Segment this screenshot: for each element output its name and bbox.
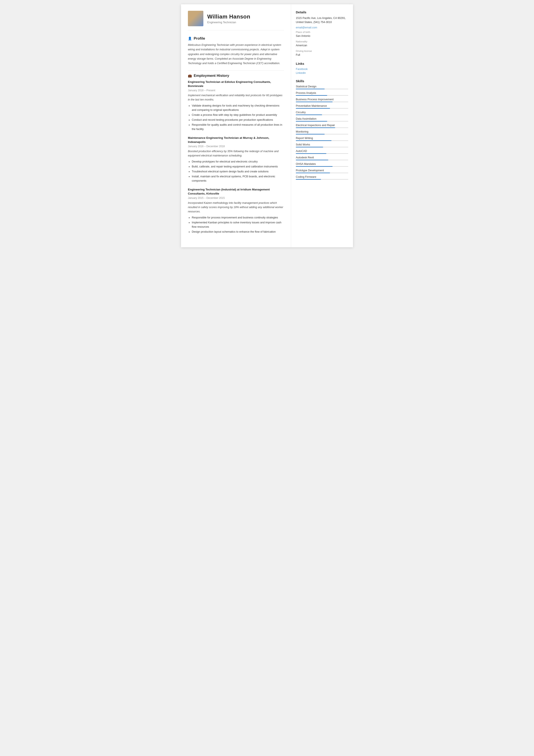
job-title-1: Engineering Technician at Ediolux Engine… [188, 80, 284, 88]
job-date-1: January 2018 – Present [188, 89, 284, 92]
job-bullets-3: Responsible for process improvement and … [188, 215, 284, 234]
skill-item-7: Monitoring [296, 130, 348, 134]
skill-name-5: Data Assimilation [296, 117, 348, 120]
bullet-3-3: Design production layout schematics to e… [192, 230, 284, 234]
details-nationality: Nationality American [296, 40, 348, 47]
left-column: William Hanson Engineering Technician 👤 … [181, 4, 291, 247]
profile-section-title: 👤 Profile [188, 36, 284, 41]
skill-name-12: OHSA Mandates [296, 162, 348, 166]
links-section-title: Links [296, 62, 348, 66]
skill-item-8: Report Writing [296, 137, 348, 141]
skill-bar-bg-13 [296, 173, 348, 173]
job-summary-3: Incorporated Kaizen methodology into fac… [188, 201, 284, 214]
skill-bar-fill-12 [296, 166, 333, 167]
employment-section: 💼 Employment History Engineering Technic… [188, 74, 284, 234]
skill-bar-fill-13 [296, 173, 330, 173]
skill-bar-bg-3 [296, 108, 348, 109]
skill-bar-fill-5 [296, 121, 327, 122]
skill-name-1: Process Analysis [296, 92, 348, 94]
job-summary-2: Boosted production efficiency by 35% fol… [188, 149, 284, 158]
links-section: Links Facebook Linkedin [296, 62, 348, 74]
skill-name-13: Prototype Development [296, 169, 348, 172]
skill-item-0: Statistical Design [296, 85, 348, 89]
skill-item-10: AutoCAD [296, 149, 348, 154]
skill-item-1: Process Analysis [296, 92, 348, 96]
details-section: Details 1515 Pacific Ave, Los Angeles, C… [296, 10, 348, 57]
skill-bar-fill-11 [296, 160, 328, 160]
skill-bar-bg-9 [296, 147, 348, 148]
skill-bar-bg-12 [296, 166, 348, 167]
skill-name-8: Report Writing [296, 137, 348, 140]
skill-bar-fill-10 [296, 153, 326, 154]
skill-bar-bg-0 [296, 89, 348, 89]
job-block-1: Engineering Technician at Ediolux Engine… [188, 80, 284, 131]
bullet-2-1: Develop prototypes for electrical and el… [192, 159, 284, 164]
skill-bar-bg-2 [296, 101, 348, 102]
skill-bar-bg-5 [296, 121, 348, 122]
skill-name-9: Solid Works [296, 143, 348, 146]
skill-bar-fill-6 [296, 127, 335, 128]
bullet-1-3: Conduct and record testing procedures pe… [192, 118, 284, 122]
link-linkedin[interactable]: Linkedin [296, 71, 348, 74]
skill-bar-fill-3 [296, 108, 330, 109]
skill-name-7: Monitoring [296, 130, 348, 133]
skill-item-2: Business Process Improvement [296, 98, 348, 102]
skill-bar-bg-7 [296, 134, 348, 134]
candidate-name: William Hanson [207, 14, 250, 20]
profile-text: Meticulous Engineering Technician with p… [188, 43, 284, 66]
skill-bar-bg-10 [296, 153, 348, 154]
skill-bar-fill-1 [296, 95, 327, 96]
resume-container: William Hanson Engineering Technician 👤 … [181, 4, 353, 247]
bullet-1-2: Create a process flow with step by step … [192, 113, 284, 117]
skill-item-5: Data Assimilation [296, 117, 348, 122]
job-date-3: January 2015 – December 2015 [188, 197, 284, 200]
skill-bar-bg-4 [296, 115, 348, 115]
skill-bar-fill-8 [296, 140, 332, 141]
details-place-of-birth: Place of birth San Antonio [296, 30, 348, 38]
details-driving-license: Driving license Full [296, 49, 348, 57]
skill-name-3: Preventative Maintenance [296, 104, 348, 107]
skill-item-14: Coding Firmware [296, 176, 348, 180]
job-title-3: Engineering Technician (Industrial) at I… [188, 188, 284, 196]
skill-item-3: Preventative Maintenance [296, 104, 348, 109]
skill-name-4: Circuitry [296, 111, 348, 114]
bullet-2-3: Troubleshoot electrical system design fa… [192, 169, 284, 174]
skill-bar-bg-1 [296, 95, 348, 96]
bullet-1-4: Responsible for quality audits and contr… [192, 123, 284, 131]
job-summary-1: Implement mechanical verification and re… [188, 93, 284, 102]
details-section-title: Details [296, 10, 348, 14]
bullet-2-2: Build, calibrate, and repair testing equ… [192, 164, 284, 169]
skill-bar-fill-4 [296, 115, 322, 115]
skill-item-12: OHSA Mandates [296, 162, 348, 167]
skill-name-10: AutoCAD [296, 149, 348, 152]
bullet-2-4: Install, maintain and fix electrical sys… [192, 174, 284, 183]
skill-bar-fill-0 [296, 89, 325, 89]
details-email[interactable]: email@email.com [296, 26, 348, 29]
employment-icon: 💼 [188, 74, 192, 78]
right-column: Details 1515 Pacific Ave, Los Angeles, C… [291, 4, 353, 247]
link-facebook[interactable]: Facebook [296, 68, 348, 70]
bullet-1-1: Validate drawing designs for tools and m… [192, 103, 284, 112]
skill-bar-fill-7 [296, 134, 325, 134]
job-bullets-1: Validate drawing designs for tools and m… [188, 103, 284, 131]
header-section: William Hanson Engineering Technician [188, 11, 284, 30]
skill-item-4: Circuitry [296, 111, 348, 115]
skills-section: Skills Statistical Design Process Analys… [296, 79, 348, 180]
skill-item-11: Autodesk Revit [296, 156, 348, 160]
skill-bar-fill-2 [296, 101, 333, 102]
skill-bar-fill-14 [296, 179, 321, 180]
job-block-2: Maintenance Engineering Technician at Mu… [188, 136, 284, 183]
details-address: 1515 Pacific Ave, Los Angeles, CA 90291,… [296, 16, 348, 24]
skill-name-14: Coding Firmware [296, 176, 348, 178]
job-bullets-2: Develop prototypes for electrical and el… [188, 159, 284, 183]
skill-name-11: Autodesk Revit [296, 156, 348, 159]
job-title-2: Maintenance Engineering Technician at Mu… [188, 136, 284, 144]
skill-item-6: Electrical Inspections and Repair [296, 124, 348, 128]
profile-icon: 👤 [188, 37, 192, 40]
avatar-image [188, 11, 203, 26]
skill-name-6: Electrical Inspections and Repair [296, 124, 348, 127]
skills-section-title: Skills [296, 79, 348, 83]
skill-name-0: Statistical Design [296, 85, 348, 88]
skill-bar-bg-8 [296, 140, 348, 141]
profile-section: 👤 Profile Meticulous Engineering Technic… [188, 36, 284, 66]
